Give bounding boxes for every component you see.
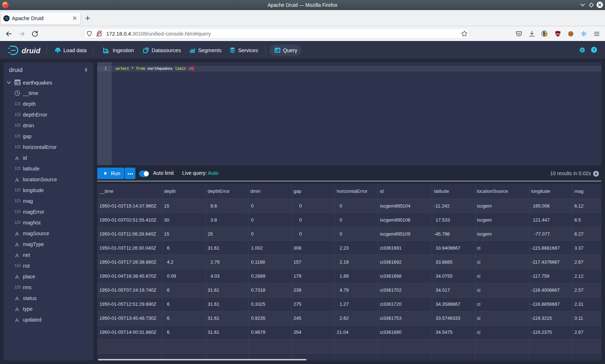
svg-text:UO: UO xyxy=(556,33,560,35)
svg-text:?: ? xyxy=(593,48,595,52)
